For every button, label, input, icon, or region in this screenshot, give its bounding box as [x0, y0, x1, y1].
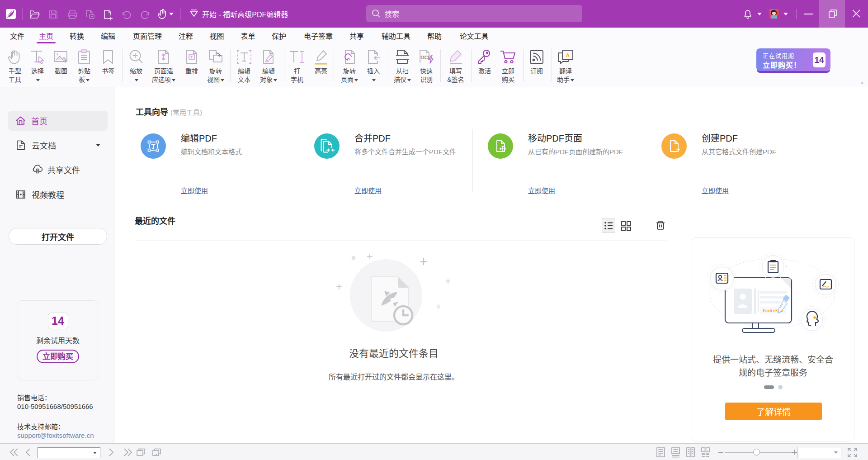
svg-text:A: A	[566, 52, 570, 58]
